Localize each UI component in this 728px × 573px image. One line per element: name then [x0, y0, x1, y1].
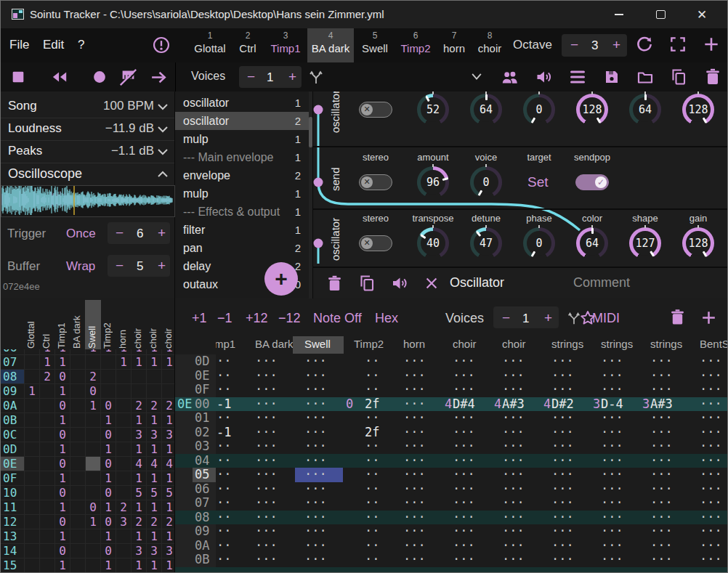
transpose-plus1[interactable]: +1: [192, 311, 207, 326]
unit-row-oscillator[interactable]: oscillatorstereo✕transpose40detune47phas…: [313, 210, 728, 268]
empty-note-cell[interactable]: ··: [217, 454, 231, 468]
order-row-07[interactable]: 07111111: [1, 355, 174, 370]
color-knob[interactable]: 64: [576, 227, 608, 259]
order-value[interactable]: 1: [132, 529, 146, 543]
transpose-minus1[interactable]: −1: [217, 311, 232, 326]
empty-note-cell[interactable]: ··: [365, 354, 379, 369]
order-value[interactable]: 4: [132, 457, 146, 471]
empty-note-cell[interactable]: ···: [304, 439, 327, 454]
empty-note-cell[interactable]: ···: [403, 511, 426, 525]
empty-note-cell[interactable]: ···: [403, 468, 426, 482]
stop-icon[interactable]: [10, 69, 26, 85]
order-value[interactable]: 1: [162, 442, 177, 456]
order-value[interactable]: 1: [101, 500, 116, 514]
empty-note-cell[interactable]: ···: [255, 383, 278, 397]
unit-row-oscillator[interactable]: oscillator✕5264012864128: [313, 92, 728, 146]
buffer-mode-button[interactable]: Wrap: [66, 259, 95, 274]
empty-note-cell[interactable]: ···: [551, 482, 574, 497]
empty-note-cell[interactable]: ··: [365, 482, 379, 497]
empty-note-cell[interactable]: ···: [601, 354, 623, 369]
unit-comment-field[interactable]: Comment: [573, 275, 630, 290]
empty-note-cell[interactable]: ··: [217, 411, 231, 426]
empty-note-cell[interactable]: ···: [255, 524, 278, 539]
loop-icon[interactable]: [635, 35, 654, 54]
empty-note-cell[interactable]: ···: [255, 482, 278, 497]
order-value[interactable]: 0: [101, 399, 116, 413]
empty-note-cell[interactable]: ···: [304, 426, 327, 440]
empty-note-cell[interactable]: ···: [403, 482, 426, 497]
empty-note-cell[interactable]: ···: [502, 553, 525, 567]
order-value[interactable]: 0: [55, 399, 70, 413]
empty-note-cell[interactable]: ···: [453, 383, 475, 397]
order-column-header-swell[interactable]: Swell: [86, 302, 97, 349]
unit-list-item-mulp[interactable]: mulp1: [175, 130, 310, 148]
pattern-split-voices-icon[interactable]: [566, 310, 582, 326]
empty-note-cell[interactable]: ···: [255, 468, 278, 482]
order-value[interactable]: 1: [55, 529, 70, 543]
order-value[interactable]: 0: [101, 486, 116, 500]
pattern-index[interactable]: 4: [543, 397, 551, 412]
order-row-11[interactable]: 111012111: [1, 500, 174, 515]
empty-note-cell[interactable]: ···: [453, 411, 475, 426]
empty-note-cell[interactable]: ···: [304, 383, 327, 397]
note-cell[interactable]: -1: [217, 397, 231, 412]
note-off-button[interactable]: Note Off: [313, 311, 362, 326]
order-value[interactable]: 1: [162, 355, 177, 369]
speaker-icon[interactable]: [535, 68, 553, 86]
order-column-header-timp1[interactable]: Timp1: [56, 302, 67, 349]
empty-note-cell[interactable]: ···: [403, 369, 426, 383]
empty-note-cell[interactable]: ···: [304, 553, 327, 567]
trigger-plus-button[interactable]: +: [158, 226, 166, 240]
order-row-12[interactable]: 120103222: [1, 515, 174, 529]
instrument-tab-ctrl[interactable]: 2Ctrl: [232, 28, 264, 62]
empty-note-cell[interactable]: ···: [403, 553, 426, 567]
order-value[interactable]: 1: [132, 558, 146, 572]
order-value[interactable]: 1: [132, 355, 146, 369]
order-value[interactable]: 1: [147, 558, 161, 572]
note-cell[interactable]: 2f: [365, 426, 379, 440]
order-value[interactable]: 0: [55, 544, 70, 558]
empty-note-cell[interactable]: ···: [601, 468, 623, 482]
empty-note-cell[interactable]: ···: [255, 439, 278, 454]
order-value[interactable]: 3: [147, 544, 161, 558]
chevron-down-icon[interactable]: [469, 71, 484, 83]
empty-note-cell[interactable]: ···: [453, 426, 475, 440]
order-row-0C[interactable]: 0C00333: [1, 428, 174, 442]
order-value[interactable]: 1: [162, 471, 177, 485]
buffer-plus-button[interactable]: +: [158, 259, 166, 272]
pattern-index[interactable]: 0: [346, 397, 353, 412]
order-value[interactable]: 3: [116, 515, 131, 529]
empty-note-cell[interactable]: ··: [365, 411, 379, 426]
order-row-08[interactable]: 08202: [1, 370, 174, 384]
track-header-choir[interactable]: choir: [502, 338, 526, 350]
empty-note-cell[interactable]: ···: [453, 454, 475, 468]
order-row-14[interactable]: 1400333: [1, 544, 174, 558]
empty-note-cell[interactable]: ···: [601, 482, 623, 497]
unit-list-item-mulp[interactable]: mulp1: [175, 184, 310, 203]
empty-note-cell[interactable]: ···: [700, 369, 722, 383]
order-value[interactable]: 2: [132, 515, 146, 529]
note-cell[interactable]: D-4: [601, 397, 623, 412]
empty-note-cell[interactable]: ···: [700, 426, 722, 440]
empty-note-cell[interactable]: ··: [217, 496, 231, 511]
track-header-strings[interactable]: strings: [551, 338, 583, 350]
order-value[interactable]: 1: [162, 413, 177, 427]
order-value[interactable]: 1: [162, 500, 177, 514]
order-value[interactable]: 0: [86, 500, 100, 514]
order-column-header-timp2[interactable]: Timp2: [102, 302, 113, 349]
unit-list-item-pan[interactable]: pan2: [175, 239, 310, 257]
note-cell[interactable]: -1: [217, 426, 231, 440]
param-knob[interactable]: 52: [417, 94, 449, 126]
order-value[interactable]: 0: [101, 515, 116, 529]
voices-minus-button[interactable]: −: [247, 70, 255, 84]
delete-unit-icon[interactable]: [326, 275, 343, 293]
empty-note-cell[interactable]: ···: [551, 383, 574, 397]
empty-note-cell[interactable]: ···: [453, 511, 475, 525]
order-value[interactable]: 2: [40, 370, 54, 383]
instrument-tab-glottal[interactable]: 1Glottal: [191, 28, 229, 62]
order-value[interactable]: 1: [86, 515, 100, 529]
split-voices-icon[interactable]: [307, 68, 325, 86]
empty-note-cell[interactable]: ···: [700, 454, 722, 468]
order-value[interactable]: 0: [101, 544, 116, 558]
empty-note-cell[interactable]: ···: [601, 369, 623, 383]
